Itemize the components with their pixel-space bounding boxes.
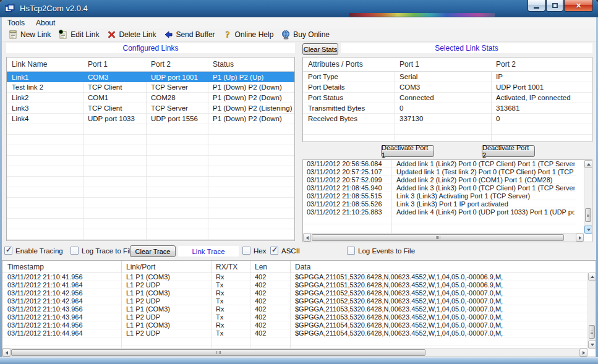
col-len[interactable]: Len — [255, 263, 267, 271]
event-time-cell: 03/11/2012 21:08:45.940 — [307, 184, 390, 192]
events-vertical-scrollbar[interactable] — [584, 160, 592, 234]
trace-len-cell: 402 — [255, 281, 287, 289]
scroll-left-button[interactable] — [303, 234, 311, 242]
hex-checkbox[interactable] — [242, 247, 250, 255]
menu-about[interactable]: About — [30, 17, 61, 28]
stats-row[interactable]: Port Details COM3 UDP Port 1001 — [303, 82, 592, 93]
link-row[interactable]: Link4 UDP port 1033 UDP port 1556 P1 (Do… — [7, 114, 294, 124]
events-list[interactable]: 03/11/2012 20:56:56.084 Added link 1 (Li… — [302, 159, 592, 242]
log-trace-checkbox[interactable] — [70, 247, 79, 255]
menu-tools[interactable]: Tools — [2, 17, 30, 28]
delete-link-button[interactable]: Delete Link — [104, 29, 161, 40]
enable-tracing-checkbox[interactable] — [4, 247, 12, 255]
link-row[interactable]: Link3 TCP Client TCP Server P1 (Down) P2… — [7, 103, 294, 114]
clear-trace-button[interactable]: Clear Trace — [130, 245, 176, 257]
window-frame-left — [0, 17, 2, 364]
close-button[interactable]: ✕ — [564, 0, 593, 12]
link-row[interactable]: Test link 2 TCP Client TCP Server P1 (Do… — [7, 82, 294, 93]
configured-links-header[interactable]: Link Name Port 1 Port 2 Status — [7, 57, 294, 72]
deactivate-port1-button[interactable]: Deactivate Port 1 — [381, 145, 434, 157]
event-row[interactable]: 03/11/2012 20:56:56.084 Added link 1 (Li… — [303, 160, 576, 168]
col-link-port[interactable]: Link/Port — [126, 263, 155, 271]
trace-row[interactable]: 03/11/2012 21:10:43.964 L1 P2 UDP Tx 402… — [2, 313, 587, 321]
trace-row[interactable]: 03/11/2012 21:10:41.956 L1 P1 (COM3) Rx … — [2, 273, 587, 281]
stats-p1-cell: Serial — [399, 72, 490, 82]
col-stats-port1[interactable]: Port 1 — [399, 60, 419, 69]
scroll-left-button[interactable] — [2, 349, 11, 357]
trace-header[interactable]: Timestamp Link/Port RX/TX Len Data — [2, 261, 596, 273]
trace-row[interactable]: 03/11/2012 21:10:44.956 L1 P1 (COM3) Rx … — [2, 321, 587, 329]
stats-table[interactable]: Attributes / Ports Port 1 Port 2 Port Ty… — [302, 57, 592, 142]
edit-link-button[interactable]: Edit Link — [56, 29, 104, 40]
trace-horizontal-scrollbar[interactable] — [2, 348, 587, 357]
trace-hscroll-thumb[interactable] — [11, 349, 425, 356]
scroll-up-button[interactable] — [588, 273, 596, 281]
online-help-button[interactable]: ? Online Help — [220, 29, 279, 40]
event-message-cell: Added link 1 (Link2) Port 0 (TCP Client)… — [396, 160, 575, 168]
configured-links-table[interactable]: Link Name Port 1 Port 2 Status Link1 COM… — [6, 57, 295, 241]
link-status-cell: P1 (Down) P2 (Listening) — [213, 103, 293, 114]
link-name-cell: Link4 — [12, 114, 82, 124]
scroll-right-button[interactable] — [579, 349, 587, 357]
new-link-button[interactable]: New Link — [6, 29, 56, 40]
link-row[interactable]: Link1 COM3 UDP port 1001 P1 (Up) P2 (Up) — [7, 72, 294, 82]
col-timestamp[interactable]: Timestamp — [7, 263, 44, 271]
events-hscroll-thumb[interactable] — [312, 234, 564, 241]
trace-table[interactable]: Timestamp Link/Port RX/TX Len Data 03/11… — [2, 260, 596, 357]
event-row[interactable]: 03/11/2012 20:57:25.107 Updated link 1 (… — [303, 168, 576, 176]
event-row[interactable]: 03/11/2012 21:08:55.526 Link 3 (Link3) P… — [303, 200, 576, 208]
deactivate-port2-button[interactable]: Deactivate Port 2 — [482, 145, 535, 157]
link-row[interactable]: Link2 COM1 COM28 P1 (Down) P2 (Down) — [7, 93, 294, 103]
trace-vertical-scrollbar[interactable] — [587, 273, 596, 349]
event-row[interactable]: 03/11/2012 20:57:52.099 Added link 2 (Li… — [303, 176, 576, 184]
clear-stats-button[interactable]: Clear Stats — [302, 43, 338, 55]
trace-scroll-thumb[interactable] — [589, 325, 595, 339]
col-stats-port2[interactable]: Port 2 — [496, 60, 516, 69]
trace-len-cell: 402 — [255, 313, 287, 321]
event-row[interactable]: 03/11/2012 21:08:45.940 Added link 3 (Li… — [303, 184, 576, 192]
trace-time-cell: 03/11/2012 21:10:41.956 — [7, 273, 119, 281]
title-bar[interactable]: HsTcp2Com v2.0.4 ✕ — [0, 0, 598, 18]
background-artifact — [349, 13, 495, 17]
event-row[interactable]: 03/11/2012 21:10:25.883 Added link 4 (Li… — [303, 208, 576, 216]
col-status[interactable]: Status — [213, 60, 234, 69]
col-port2[interactable]: Port 2 — [151, 60, 171, 69]
trace-row[interactable]: 03/11/2012 21:10:42.964 L1 P2 UDP Tx 402… — [2, 297, 587, 305]
scroll-right-button[interactable] — [576, 234, 584, 242]
stats-p1-cell: Connected — [399, 93, 490, 103]
log-events-checkbox[interactable] — [347, 247, 355, 255]
buy-online-button[interactable]: Buy Online — [278, 29, 335, 40]
trace-row[interactable]: 03/11/2012 21:10:41.964 L1 P2 UDP Tx 402… — [2, 281, 587, 289]
col-data[interactable]: Data — [295, 263, 310, 271]
events-scroll-thumb[interactable] — [585, 208, 591, 222]
event-row[interactable]: 03/11/2012 21:08:55.515 Link 3 (Link3) A… — [303, 192, 576, 200]
link-name-cell: Link2 — [12, 93, 82, 103]
log-trace-label: Log Trace to File — [82, 247, 135, 255]
col-link-name[interactable]: Link Name — [12, 60, 47, 69]
ascii-checkbox[interactable] — [270, 247, 278, 255]
trace-row[interactable]: 03/11/2012 21:10:42.956 L1 P1 (COM3) Rx … — [2, 289, 587, 297]
maximize-button[interactable] — [546, 0, 563, 12]
trace-time-cell: 03/11/2012 21:10:44.956 — [7, 321, 119, 329]
col-port1[interactable]: Port 1 — [88, 60, 108, 69]
scroll-down-button[interactable] — [588, 341, 596, 349]
stats-row[interactable]: Port Type Serial IP — [303, 72, 592, 82]
link-port1-cell: COM1 — [88, 93, 145, 103]
trace-dir-cell: Tx — [216, 297, 247, 305]
link-trace-title: Link Trace — [178, 246, 239, 256]
stats-header[interactable]: Attributes / Ports Port 1 Port 2 — [303, 57, 592, 72]
trace-row[interactable]: 03/11/2012 21:10:43.956 L1 P1 (COM3) Rx … — [2, 305, 587, 313]
trace-port-cell: L1 P2 UDP — [126, 313, 208, 321]
scroll-down-button[interactable] — [584, 226, 592, 234]
events-horizontal-scrollbar[interactable] — [303, 233, 584, 242]
send-buffer-button[interactable]: Send Buffer — [161, 29, 220, 40]
trace-row[interactable]: 03/11/2012 21:10:44.964 L1 P2 UDP Tx 402… — [2, 329, 587, 337]
col-rxtx[interactable]: RX/TX — [216, 263, 237, 271]
stats-row[interactable]: Transmitted Bytes 0 313681 — [303, 103, 592, 114]
link-port2-cell: COM28 — [151, 93, 207, 103]
minimize-button[interactable] — [528, 0, 545, 12]
stats-row[interactable]: Received Bytes 337130 0 — [303, 114, 592, 124]
scroll-up-button[interactable] — [584, 160, 592, 168]
col-attributes[interactable]: Attributes / Ports — [308, 60, 363, 69]
stats-row[interactable]: Port Status Connected Activated, IP conn… — [303, 93, 592, 103]
